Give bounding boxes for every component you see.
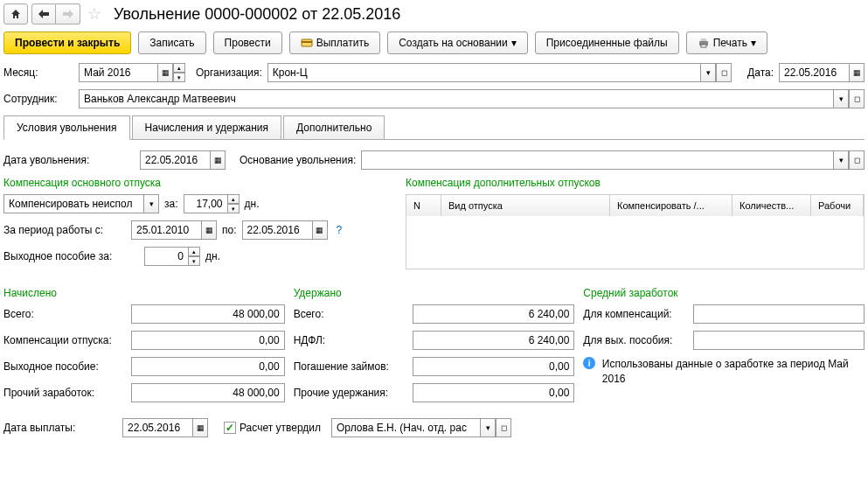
dismiss-basis-input[interactable] (361, 150, 833, 170)
approver-dropdown[interactable]: ▾ (480, 418, 496, 437)
org-input[interactable] (267, 63, 700, 82)
chevron-down-icon: ▾ (751, 37, 756, 49)
pay-date-label: Дата выплаты: (3, 422, 117, 434)
avg-comp-label: Для компенсаций: (583, 308, 688, 320)
accr-total-label: Всего: (3, 308, 126, 320)
employee-label: Сотрудник: (3, 93, 73, 105)
date-picker[interactable]: ▦ (849, 63, 865, 82)
from-picker[interactable]: ▦ (201, 220, 217, 240)
accrued-title: Начислено (3, 287, 285, 299)
org-dropdown[interactable]: ▾ (700, 63, 716, 82)
pay-date-picker[interactable]: ▦ (192, 418, 208, 437)
accr-sev-label: Выходное пособие: (3, 360, 126, 373)
po-label: по: (222, 224, 237, 236)
wh-loan[interactable] (413, 357, 575, 376)
days-unit: дн. (245, 198, 260, 210)
dismiss-date-label: Дата увольнения: (3, 154, 135, 166)
page-title: Увольнение 0000-000002 от 22.05.2016 (114, 5, 400, 24)
org-label: Организация: (196, 66, 262, 79)
severance-days-input[interactable] (144, 247, 188, 266)
avg-title: Средний заработок (583, 287, 865, 299)
dismiss-basis-label: Основание увольнения: (240, 154, 356, 166)
sev-up[interactable]: ▴ (188, 247, 200, 256)
sev-unit: дн. (205, 250, 220, 262)
days-up[interactable]: ▴ (227, 194, 240, 204)
avg-comp[interactable] (693, 304, 865, 324)
home-button[interactable] (3, 3, 28, 24)
printer-icon (698, 37, 710, 49)
attached-files-button[interactable]: Присоединенные файлы (535, 31, 679, 54)
create-based-button[interactable]: Создать на основании ▾ (387, 31, 528, 54)
approver-open[interactable]: ◻ (496, 418, 511, 437)
basis-dropdown[interactable]: ▾ (833, 150, 849, 170)
svg-rect-3 (701, 38, 706, 41)
wh-loan-label: Погашение займов: (294, 360, 407, 373)
month-picker-button[interactable]: ▦ (157, 63, 173, 82)
to-picker[interactable]: ▦ (312, 220, 328, 240)
period-from-input[interactable] (131, 220, 201, 240)
forward-button (56, 3, 80, 24)
approved-label: Расчет утвердил (240, 422, 321, 434)
add-vacation-table[interactable]: N Вид отпуска Компенсировать /... Количе… (406, 194, 865, 269)
dismiss-date-input[interactable] (140, 150, 210, 170)
th-type: Вид отпуска (441, 195, 610, 216)
comp-days-input[interactable] (184, 194, 227, 213)
wh-total-label: Всего: (294, 308, 407, 320)
info-icon: i (583, 357, 594, 369)
period-label: За период работы с: (3, 224, 126, 236)
avg-sev[interactable] (693, 331, 865, 350)
month-down[interactable]: ▾ (173, 73, 185, 82)
th-comp: Компенсировать /... (610, 195, 733, 216)
accr-comp-label: Компенсации отпуска: (3, 334, 126, 346)
svg-rect-4 (701, 45, 706, 47)
post-and-close-button[interactable]: Провести и закрыть (3, 31, 131, 54)
employee-dropdown[interactable]: ▾ (833, 89, 849, 108)
th-n: N (406, 195, 441, 216)
print-button[interactable]: Печать ▾ (686, 31, 767, 54)
th-qty: Количеств... (733, 195, 811, 216)
org-open[interactable]: ◻ (716, 63, 732, 82)
month-input[interactable] (79, 63, 157, 82)
employee-input[interactable] (79, 89, 833, 108)
accr-sev[interactable] (131, 357, 285, 376)
tab-additional[interactable]: Дополнительно (283, 115, 385, 139)
comp-action-input[interactable] (3, 194, 143, 213)
th-work: Рабочи (811, 195, 864, 216)
tabs: Условия увольнения Начисления и удержани… (3, 115, 865, 140)
accr-total[interactable] (131, 304, 285, 324)
days-down[interactable]: ▾ (227, 204, 240, 213)
post-button[interactable]: Провести (213, 31, 282, 54)
accr-comp[interactable] (131, 331, 285, 350)
comp-action-dropdown[interactable]: ▾ (143, 194, 159, 213)
employee-open[interactable]: ◻ (849, 89, 865, 108)
help-link[interactable]: ? (337, 224, 343, 236)
tab-conditions[interactable]: Условия увольнения (3, 115, 130, 140)
month-up[interactable]: ▴ (173, 63, 185, 73)
withheld-title: Удержано (294, 287, 575, 299)
avg-sev-label: Для вых. пособия: (583, 334, 688, 346)
period-to-input[interactable] (242, 220, 312, 240)
write-button[interactable]: Записать (138, 31, 205, 54)
wh-other-label: Прочие удержания: (294, 387, 407, 399)
svg-rect-1 (302, 41, 312, 43)
basis-open[interactable]: ◻ (849, 150, 865, 170)
accr-other-label: Прочий заработок: (3, 387, 126, 399)
date-label: Дата: (747, 66, 774, 79)
accr-other[interactable] (131, 383, 285, 402)
wh-total[interactable] (413, 304, 575, 324)
pay-date-input[interactable] (122, 418, 192, 437)
sev-down[interactable]: ▾ (188, 256, 200, 266)
date-input[interactable] (779, 63, 849, 82)
tab-accruals[interactable]: Начисления и удержания (132, 115, 281, 139)
wh-ndfl-label: НДФЛ: (294, 334, 407, 346)
dismiss-date-picker[interactable]: ▦ (210, 150, 226, 170)
back-button[interactable] (31, 3, 56, 24)
approved-checkbox[interactable]: ✓ (224, 422, 236, 434)
wh-ndfl[interactable] (413, 331, 575, 350)
favorite-icon[interactable]: ☆ (87, 4, 101, 24)
wh-other[interactable] (413, 383, 575, 402)
severance-label: Выходное пособие за: (3, 250, 139, 262)
pay-button[interactable]: Выплатить (289, 31, 381, 54)
approver-input[interactable] (331, 418, 480, 437)
month-label: Месяц: (3, 66, 73, 79)
